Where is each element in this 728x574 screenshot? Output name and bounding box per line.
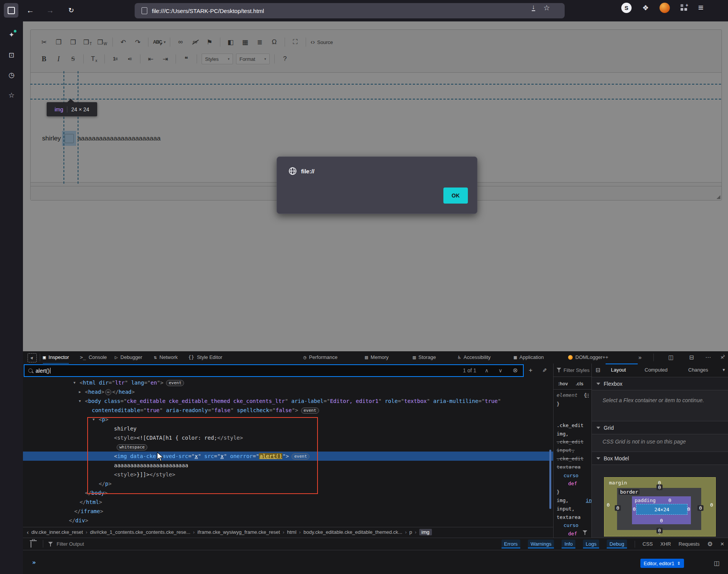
- breadcrumb-item[interactable]: div.cke_inner.cke_reset: [31, 529, 83, 535]
- devtools-close-icon[interactable]: ×: [717, 351, 728, 363]
- collapsed-ellipsis-badge[interactable]: ⋯: [105, 389, 112, 395]
- markup-row[interactable]: </iframe>: [23, 507, 553, 516]
- search-clear-button[interactable]: ⊗: [513, 364, 518, 377]
- console-close-icon[interactable]: ×: [720, 540, 724, 548]
- tab-storage[interactable]: ▥Storage: [413, 351, 436, 363]
- more-tabs-icon[interactable]: »: [634, 351, 646, 363]
- breadcrumb-item[interactable]: div#cke_1_contents.cke_contents.cke_rese…: [90, 529, 190, 535]
- pick-element-button[interactable]: ➤: [28, 353, 37, 362]
- markup-row[interactable]: ▼<html dir="ltr" lang="en">event: [23, 378, 553, 387]
- evaluation-context-selector[interactable]: Editor, editor1 ⇕: [640, 559, 684, 568]
- expand-arrow-icon[interactable]: ▶: [79, 387, 81, 396]
- tab-layout[interactable]: Layout: [611, 364, 626, 376]
- markup-row[interactable]: ▼<body class="cke_editable cke_editable_…: [23, 396, 553, 406]
- filter-toggle-errors[interactable]: Errors: [502, 540, 520, 548]
- sidebar-item-history[interactable]: ◷: [5, 68, 18, 82]
- tab-label: Style Editor: [197, 354, 222, 360]
- network-icon: ⇅: [154, 354, 157, 360]
- dock-panel-icon[interactable]: ⊟: [596, 364, 601, 376]
- tab-changes[interactable]: Changes: [688, 364, 708, 376]
- sidebar-item-bookmarks[interactable]: ☆: [5, 89, 18, 102]
- application-icon: ▦: [514, 354, 517, 360]
- breadcrumb-scroll-left-icon[interactable]: ‹: [27, 529, 29, 535]
- markup-segment: =": [109, 380, 115, 386]
- url-bar[interactable]: file:///C:/Users/STARK-PC/Desktop/test.h…: [135, 3, 565, 18]
- filter-toggle-warnings[interactable]: Warnings: [528, 540, 554, 548]
- sidebar-item-synced-tabs[interactable]: ⊡: [5, 49, 18, 62]
- flexbox-section-header[interactable]: Flexbox: [592, 377, 728, 390]
- markup-scrollbar[interactable]: [549, 450, 551, 509]
- grid-section-header[interactable]: Grid: [592, 421, 728, 434]
- filter-styles-input[interactable]: Filter Styles: [554, 364, 592, 377]
- sidebar-item-ai-chat[interactable]: ✦: [5, 28, 18, 41]
- class-toggle[interactable]: .cls: [576, 381, 583, 386]
- chevron-down-icon[interactable]: ▼: [722, 364, 726, 376]
- filter-toggle-info[interactable]: Info: [562, 540, 575, 548]
- search-input[interactable]: alert(): [24, 364, 524, 377]
- filter-toggle-debug[interactable]: Debug: [607, 540, 627, 548]
- responsive-design-icon[interactable]: ◫: [665, 351, 677, 363]
- split-console-icon[interactable]: ⊟: [686, 351, 697, 363]
- markup-segment: lang: [131, 380, 144, 386]
- tab-domlogger++[interactable]: DOMLogger++: [568, 351, 608, 363]
- back-button[interactable]: ←: [23, 3, 37, 18]
- menu-hamburger-icon[interactable]: ≡: [698, 2, 704, 13]
- markup-row[interactable]: </html>: [23, 497, 553, 507]
- reload-button[interactable]: ↻: [64, 3, 78, 18]
- trash-icon: [31, 541, 31, 548]
- breadcrumb-item[interactable]: iframe.cke_wysiwyg_frame.cke_reset: [197, 529, 280, 535]
- extension-orange-icon[interactable]: [660, 3, 670, 13]
- filter-output-input[interactable]: Filter Output: [57, 541, 84, 547]
- markup-row[interactable]: contenteditable="true" aria-readonly="fa…: [23, 406, 553, 415]
- markup-segment: aria-readonly: [166, 407, 208, 413]
- expand-arrow-icon[interactable]: ▼: [79, 396, 81, 406]
- breadcrumb-item[interactable]: body.cke_editable.cke_editable_themed.ck…: [303, 529, 402, 535]
- search-prev-button[interactable]: ∧: [485, 364, 489, 377]
- tab-performance[interactable]: ◷Performance: [303, 351, 337, 363]
- box-model-section-header[interactable]: Box Model: [592, 452, 728, 465]
- save-page-icon[interactable]: ↓: [532, 5, 535, 11]
- tab-network[interactable]: ⇅Network: [154, 351, 178, 363]
- breadcrumb-item[interactable]: p: [409, 529, 412, 535]
- hover-toggle[interactable]: :hov: [558, 381, 568, 386]
- expand-arrow-icon[interactable]: ▼: [73, 378, 75, 387]
- console-input-row[interactable]: » Editor, editor1 ⇕ ◫: [23, 550, 728, 574]
- add-node-button[interactable]: +: [529, 364, 533, 377]
- breadcrumb-item[interactable]: img: [419, 529, 432, 535]
- ok-button[interactable]: OK: [443, 188, 468, 204]
- filter-toggle-logs[interactable]: Logs: [583, 540, 599, 548]
- event-badge[interactable]: event: [166, 380, 184, 386]
- sidebar-toggle-button[interactable]: [4, 3, 18, 18]
- filter-toggle-xhr[interactable]: XHR: [660, 541, 671, 547]
- markup-row[interactable]: ▶<head>⋯</head>: [23, 387, 553, 396]
- filter-toggle-requests[interactable]: Requests: [679, 541, 700, 547]
- markup-segment: false: [275, 407, 292, 413]
- rule-source-link[interactable]: in: [586, 497, 592, 503]
- extensions-puzzle-icon[interactable]: ❖: [642, 3, 649, 12]
- console-settings-icon[interactable]: ⚙: [707, 540, 713, 548]
- tab-style-editor[interactable]: {}Style Editor: [188, 351, 222, 363]
- tab-console[interactable]: >_Console: [80, 351, 107, 363]
- markup-row[interactable]: </div>: [23, 516, 553, 525]
- devtools-menu-icon[interactable]: ⋯: [702, 351, 714, 363]
- breadcrumb-scroll-right-icon[interactable]: ›: [723, 352, 725, 359]
- extension-s-icon[interactable]: S: [621, 3, 632, 13]
- event-badge[interactable]: event: [301, 408, 319, 414]
- firefox-sidebar: ✦ ⊡ ◷ ☆: [0, 21, 23, 574]
- clear-console-button[interactable]: [31, 541, 31, 547]
- tab-memory[interactable]: ▤Memory: [365, 351, 389, 363]
- forward-button[interactable]: →: [43, 3, 57, 18]
- mouse-cursor: [157, 452, 164, 462]
- tab-accessibility[interactable]: ♿Accessibility: [458, 351, 491, 363]
- filter-toggle-css[interactable]: CSS: [643, 541, 653, 547]
- tab-inspector[interactable]: ▣Inspector: [43, 351, 69, 364]
- eyedropper-icon[interactable]: ✎: [538, 368, 551, 373]
- pane-toggle-icon[interactable]: ◫: [714, 559, 720, 567]
- tab-application[interactable]: ▦Application: [514, 351, 544, 363]
- bookmark-star-icon[interactable]: ☆: [544, 3, 550, 12]
- tab-computed[interactable]: Computed: [645, 364, 668, 376]
- tab-debugger[interactable]: ▷Debugger: [115, 351, 142, 363]
- breadcrumb-item[interactable]: html: [287, 529, 296, 535]
- search-next-button[interactable]: ∨: [498, 364, 502, 377]
- extension-grid-icon[interactable]: +: [681, 4, 687, 11]
